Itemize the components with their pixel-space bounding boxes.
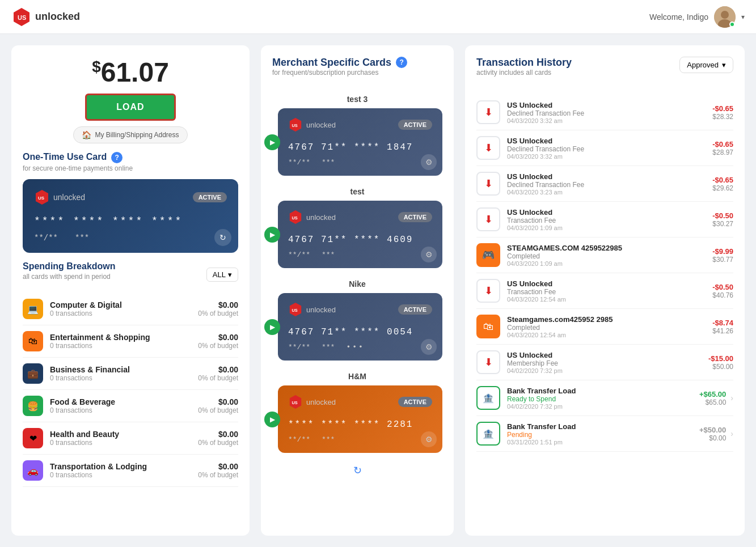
transaction-item: ⬇ US Unlocked Declined Transaction Fee 0… (476, 130, 733, 166)
transaction-item: 🏦 Bank Transfer Load Pending 03/31/2020 … (476, 416, 733, 452)
category-amount: $0.00 (198, 397, 238, 406)
transaction-date: 04/02/2020 7:32 pm (507, 403, 699, 410)
play-button-2[interactable]: ▶ (264, 319, 280, 335)
transaction-name: Bank Transfer Load (507, 387, 699, 395)
transaction-amount: -$9.99 (712, 247, 733, 256)
spending-title-group: Spending Breakdown all cards with spend … (23, 261, 116, 287)
transaction-balance: $28.97 (712, 149, 733, 156)
welcome-text: Welcome, Indigo (649, 12, 708, 22)
category-amount: $0.00 (198, 430, 238, 439)
merchant-gear-button-0[interactable]: ⚙ (421, 154, 437, 170)
merchant-gear-button-3[interactable]: ⚙ (421, 431, 437, 447)
merchant-card-label: Nike (272, 279, 442, 289)
card-logo-icon: US (34, 189, 50, 205)
category-list: 💻 Computer & Digital 0 transactions $0.0… (23, 293, 238, 487)
billing-label: My Billing/Shipping Address (95, 131, 179, 139)
transaction-filter-dropdown[interactable]: Approved ▾ (679, 57, 733, 73)
category-pct: 0% of budget (198, 471, 238, 479)
merchant-card-number: 4767 71** **** 4609 (288, 235, 432, 245)
category-pct: 0% of budget (198, 309, 238, 317)
middle-panel: Merchant Specific Cards for frequent/sub… (261, 45, 454, 536)
transaction-arrow[interactable]: › (730, 429, 733, 438)
user-menu[interactable]: Welcome, Indigo ▾ (649, 6, 745, 28)
category-item: 🍔 Food & Beverage 0 transactions $0.00 0… (23, 390, 238, 422)
merchant-title-group: Merchant Specific Cards for frequent/sub… (272, 57, 391, 83)
merchant-gear-button-1[interactable]: ⚙ (421, 247, 437, 262)
transaction-balance: $30.27 (712, 220, 733, 228)
one-time-help-icon[interactable]: ? (111, 152, 123, 163)
category-transactions: 0 transactions (50, 374, 198, 382)
transaction-amount: +$65.00 (699, 390, 726, 398)
spending-filter-dropdown[interactable]: ALL ▾ (206, 268, 238, 282)
chevron-down-icon: ▾ (741, 13, 745, 21)
category-transactions: 0 transactions (50, 342, 198, 350)
transaction-balance: $0.00 (699, 434, 726, 442)
merchant-card-badge: ACTIVE (398, 304, 432, 315)
online-indicator (729, 22, 735, 27)
category-pct: 0% of budget (198, 439, 238, 447)
transaction-item: ⬇ US Unlocked Transaction Fee 04/03/2020… (476, 202, 733, 238)
merchant-card-label: H&M (272, 372, 442, 381)
bank-icon: 🏦 (483, 393, 494, 404)
merchant-card-bottom: **/** *** (288, 158, 432, 167)
play-button-1[interactable]: ▶ (264, 227, 280, 243)
transaction-icon: ⬇ (476, 350, 500, 374)
merchant-help-icon[interactable]: ? (396, 57, 407, 68)
category-icon: 🍔 (23, 396, 43, 416)
transaction-amount: -$15.00 (708, 354, 733, 363)
merchant-cards-list: test 3 ▶ US unlocked ACTIVE 4767 71** **… (272, 95, 442, 453)
merchant-card-logo-icon: US (288, 210, 303, 224)
merchant-refresh-button[interactable]: ↻ (353, 464, 362, 477)
category-info: Food & Beverage 0 transactions (50, 397, 198, 414)
transaction-list: ⬇ US Unlocked Declined Transaction Fee 0… (476, 95, 733, 452)
transaction-desc: Declined Transaction Fee (507, 145, 712, 153)
transaction-header: Transaction History activity includes al… (476, 57, 733, 83)
transaction-amount: -$0.50 (712, 283, 733, 291)
transaction-icon: 🎮 (476, 243, 500, 267)
category-icon: 🚗 (23, 460, 43, 481)
play-button-0[interactable]: ▶ (264, 134, 280, 150)
card-bottom: **/** *** (34, 234, 227, 243)
transaction-arrow[interactable]: › (730, 393, 733, 402)
transaction-date: 04/03/2020 1:09 am (507, 224, 712, 231)
merchant-card-logo-text: unlocked (306, 306, 336, 314)
transaction-balance: $30.77 (712, 256, 733, 264)
merchant-card-expiry: **/** (288, 435, 310, 444)
category-item: 💼 Business & Financial 0 transactions $0… (23, 358, 238, 390)
category-pct: 0% of budget (198, 342, 238, 350)
merchant-card-wrap: ▶ US unlocked ACTIVE 4767 71** **** 1847… (272, 108, 442, 176)
billing-button[interactable]: 🏠 My Billing/Shipping Address (73, 126, 187, 143)
load-button[interactable]: LOAD (85, 94, 176, 121)
declined-icon: ⬇ (484, 177, 493, 190)
transaction-item: 🛍 Steamgames.com425952 2985 Completed 04… (476, 309, 733, 345)
transaction-date: 04/03/2020 12:54 am (507, 296, 712, 303)
card-logo: US unlocked (34, 189, 85, 205)
category-transactions: 0 transactions (50, 439, 198, 447)
transaction-balance: $41.26 (712, 327, 733, 335)
category-transactions: 0 transactions (50, 406, 198, 414)
store-icon: 🛍 (483, 321, 493, 333)
category-transactions: 0 transactions (50, 309, 198, 317)
transaction-info: US Unlocked Transaction Fee 04/03/2020 1… (507, 279, 712, 303)
merchant-header: Merchant Specific Cards for frequent/sub… (272, 57, 442, 83)
transaction-info: Bank Transfer Load Ready to Spend 04/02/… (507, 387, 699, 410)
one-time-header: One-Time Use Card ? (23, 152, 238, 163)
transaction-date: 04/03/2020 1:09 am (507, 260, 712, 267)
merchant-card-expiry: **/** (288, 158, 310, 167)
merchant-card-wrap: ▶ US unlocked ACTIVE 4767 71** **** 0054… (272, 293, 442, 361)
svg-text:US: US (292, 123, 298, 128)
category-name: Health and Beauty (50, 430, 198, 439)
header: US unlocked Welcome, Indigo ▾ (0, 0, 756, 34)
merchant-card-bottom: **/** *** ••• (288, 343, 432, 351)
bank-icon: 🏦 (483, 429, 494, 439)
card-refresh-button[interactable]: ↻ (214, 229, 231, 246)
merchant-card-bottom: **/** *** (288, 435, 432, 444)
merchant-card-visual-0: US unlocked ACTIVE 4767 71** **** 1847 *… (278, 108, 442, 176)
transaction-icon: ⬇ (476, 207, 500, 231)
card-dots: ••• (346, 343, 364, 351)
transaction-amounts: -$0.65 $28.32 (712, 104, 733, 121)
merchant-card-logo-text: unlocked (306, 398, 336, 406)
merchant-gear-button-2[interactable]: ⚙ (421, 339, 437, 355)
merchant-card-number: 4767 71** **** 1847 (288, 142, 432, 152)
play-button-3[interactable]: ▶ (264, 412, 280, 427)
